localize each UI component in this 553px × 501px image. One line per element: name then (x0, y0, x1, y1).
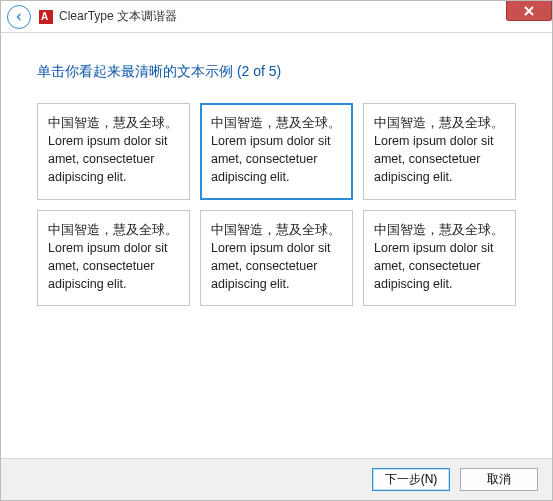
sample-grid: 中国智造，慧及全球。Lorem ipsum dolor sit amet, co… (37, 103, 516, 306)
sample-cn-text: 中国智造，慧及全球。 (374, 221, 505, 239)
sample-en-text: Lorem ipsum dolor sit amet, consectetuer… (374, 239, 505, 293)
sample-cn-text: 中国智造，慧及全球。 (48, 114, 179, 132)
cancel-button[interactable]: 取消 (460, 468, 538, 491)
window-title: ClearType 文本调谐器 (59, 8, 177, 25)
sample-en-text: Lorem ipsum dolor sit amet, consectetuer… (211, 132, 342, 186)
close-icon (524, 6, 534, 16)
text-sample-2[interactable]: 中国智造，慧及全球。Lorem ipsum dolor sit amet, co… (363, 103, 516, 200)
sample-cn-text: 中国智造，慧及全球。 (374, 114, 505, 132)
text-sample-0[interactable]: 中国智造，慧及全球。Lorem ipsum dolor sit amet, co… (37, 103, 190, 200)
next-button[interactable]: 下一步(N) (372, 468, 450, 491)
instruction-text: 单击你看起来最清晰的文本示例 (2 of 5) (37, 63, 516, 81)
text-sample-5[interactable]: 中国智造，慧及全球。Lorem ipsum dolor sit amet, co… (363, 210, 516, 307)
footer-bar: 下一步(N) 取消 (1, 458, 552, 500)
sample-cn-text: 中国智造，慧及全球。 (48, 221, 179, 239)
content-area: 单击你看起来最清晰的文本示例 (2 of 5) 中国智造，慧及全球。Lorem … (1, 33, 552, 316)
sample-cn-text: 中国智造，慧及全球。 (211, 221, 342, 239)
text-sample-4[interactable]: 中国智造，慧及全球。Lorem ipsum dolor sit amet, co… (200, 210, 353, 307)
arrow-left-icon (13, 11, 25, 23)
sample-en-text: Lorem ipsum dolor sit amet, consectetuer… (211, 239, 342, 293)
sample-en-text: Lorem ipsum dolor sit amet, consectetuer… (48, 132, 179, 186)
sample-en-text: Lorem ipsum dolor sit amet, consectetuer… (374, 132, 505, 186)
back-button[interactable] (7, 5, 31, 29)
titlebar: ClearType 文本调谐器 (1, 1, 552, 33)
app-icon (39, 10, 53, 24)
sample-en-text: Lorem ipsum dolor sit amet, consectetuer… (48, 239, 179, 293)
text-sample-1[interactable]: 中国智造，慧及全球。Lorem ipsum dolor sit amet, co… (200, 103, 353, 200)
close-button[interactable] (506, 1, 552, 21)
sample-cn-text: 中国智造，慧及全球。 (211, 114, 342, 132)
text-sample-3[interactable]: 中国智造，慧及全球。Lorem ipsum dolor sit amet, co… (37, 210, 190, 307)
